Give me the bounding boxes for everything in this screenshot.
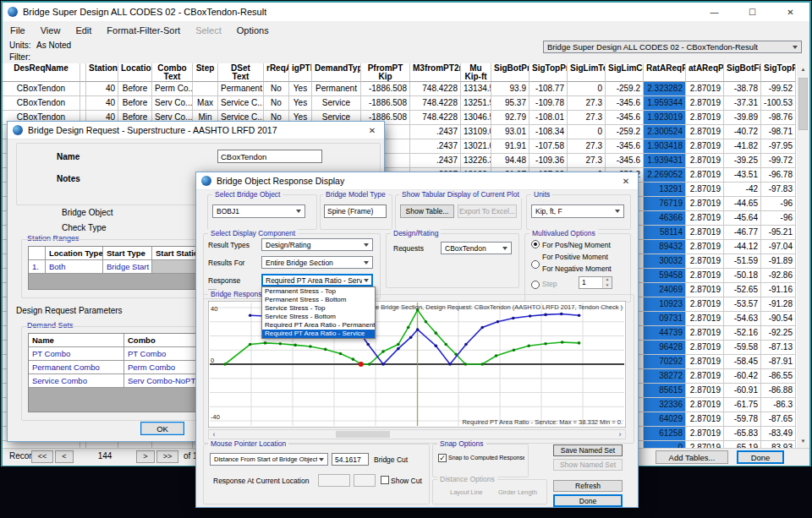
result-types-combo[interactable]: Design/Rating <box>261 238 373 251</box>
data-point <box>561 341 564 344</box>
plot-scrollbar-thumb[interactable] <box>336 431 390 438</box>
column-header: MuKip-ft <box>461 63 491 82</box>
menu-edit[interactable]: Edit <box>68 21 99 40</box>
close-button[interactable]: ✕ <box>771 3 809 21</box>
record-first-button[interactable]: << <box>31 450 53 463</box>
show-table-button[interactable]: Show Table... <box>400 204 454 218</box>
dropdown-item[interactable]: Permanent Stress - Bottom <box>262 296 375 304</box>
scrollbar-thumb[interactable] <box>798 78 808 130</box>
show-cut-checkbox[interactable] <box>381 476 389 484</box>
add-tables-button[interactable]: Add Tables... <box>656 450 728 464</box>
tabular-display-label: Show Tabular Display of Current Plot <box>399 190 522 199</box>
bridge-object-combo[interactable]: BOBJ1 <box>212 204 305 218</box>
plot-horizontal-scrollbar[interactable]: ‹ › <box>208 429 626 439</box>
menu-select: Select <box>188 21 229 40</box>
dropdown-item[interactable]: Service Stress - Top <box>262 304 375 313</box>
cell: -46.77 <box>724 226 761 240</box>
cell: 2.87019 <box>686 111 724 125</box>
plot-title: BOBJ1 - Entire Bridge Section, Design Re… <box>337 303 623 311</box>
table-row[interactable]: CBoxTendon40BeforeServ Co...MaxService C… <box>3 96 797 111</box>
cell: -54.63 <box>724 312 761 326</box>
cell: 13291 <box>644 183 686 197</box>
dropdown-item[interactable]: Service Stress - Bottom <box>262 313 375 321</box>
snap-checkbox[interactable]: ✓ <box>438 454 447 462</box>
scroll-down-icon[interactable]: ▼ <box>797 435 809 448</box>
cell: -58.45 <box>724 355 761 369</box>
column-header: SigBotPrior <box>491 63 529 82</box>
units-combo[interactable]: Kip, ft, F <box>531 204 624 218</box>
refresh-button[interactable]: Refresh <box>553 480 623 492</box>
cell: 27.3 <box>568 154 606 168</box>
column-header: ComboText <box>152 63 193 82</box>
data-point <box>435 331 438 335</box>
column-header: Location Type <box>46 247 103 260</box>
cursor-point <box>359 362 364 367</box>
scroll-up-icon[interactable]: ▲ <box>797 63 809 76</box>
dropdown-item[interactable]: Required PT Area Ratio - Service <box>262 330 375 338</box>
data-point <box>409 335 413 339</box>
minimize-button[interactable]: — <box>695 3 733 21</box>
export-to-excel-button: Export To Excel... <box>458 204 517 218</box>
cell: .2437 <box>410 125 461 139</box>
record-current: 144 <box>75 451 134 461</box>
close-icon[interactable]: ✕ <box>360 123 384 139</box>
spin-down-icon[interactable]: ▼ <box>603 283 612 289</box>
snap-options-label: Snap Options <box>437 439 486 448</box>
results-for-combo[interactable]: Entire Bridge Section <box>261 256 373 269</box>
response-dialog-title: Bridge Object Response Display <box>217 176 614 186</box>
table-vertical-scrollbar[interactable]: ▲ ▼ <box>797 63 809 448</box>
cell: -345.6 <box>606 96 644 111</box>
cell: 44739 <box>644 326 686 341</box>
close-icon[interactable]: ✕ <box>614 173 638 189</box>
ok-button[interactable]: OK <box>140 422 184 435</box>
dropdown-item[interactable]: Required PT Area Ratio - Permanent <box>262 321 375 330</box>
menu-format-filter-sort[interactable]: Format-Filter-Sort <box>99 21 188 40</box>
cell: -60.42 <box>724 369 761 384</box>
main-done-button[interactable]: Done <box>737 450 784 464</box>
y-tick-label: -40 <box>211 413 220 421</box>
dropdown-item[interactable]: Permanent Stress - Top <box>262 287 375 296</box>
data-point <box>381 363 385 366</box>
scroll-left-icon[interactable]: ‹ <box>209 430 219 439</box>
cell: 2.87019 <box>686 355 724 369</box>
step-spinner[interactable]: 1 ▲▼ <box>579 276 612 289</box>
table-row[interactable]: CBoxTendon40BeforePerm Co...Permanent...… <box>3 82 797 96</box>
menu-view[interactable]: View <box>33 21 69 40</box>
bridge-cut-input[interactable]: 54.1617 <box>332 453 369 466</box>
cell: Yes <box>289 82 312 96</box>
cell: -1886.508 <box>361 82 410 96</box>
menu-options[interactable]: Options <box>229 21 277 40</box>
cell: -40.72 <box>724 125 761 139</box>
cell: 59458 <box>644 269 686 283</box>
cell: -97.83 <box>761 183 796 197</box>
cell: No <box>264 82 289 96</box>
name-input[interactable]: CBoxTendon <box>217 150 322 163</box>
radio-negative-moment[interactable] <box>531 281 540 289</box>
cell: 2.87019 <box>686 197 724 211</box>
radio-positive-moment[interactable] <box>531 260 540 269</box>
response-combo[interactable]: Required PT Area Ratio - Service <box>261 274 373 286</box>
record-next-button[interactable]: > <box>136 450 155 463</box>
cell: -52.65 <box>724 283 761 297</box>
data-point <box>294 344 297 347</box>
cell <box>80 96 86 111</box>
response-done-button[interactable]: Done <box>553 494 623 507</box>
menu-file[interactable]: File <box>3 21 33 40</box>
cell: 2.87019 <box>686 283 724 297</box>
record-prev-button[interactable]: < <box>55 450 74 463</box>
cell: No <box>264 96 289 111</box>
distance-mode-combo[interactable]: Distance From Start of Bridge Object <box>210 453 328 466</box>
radio-pos-neg-moment[interactable] <box>531 240 540 248</box>
save-named-set-button[interactable]: Save Named Set <box>553 444 623 456</box>
record-last-button[interactable]: >> <box>156 450 178 463</box>
cell: 27.3 <box>568 139 606 154</box>
maximize-button[interactable]: ☐ <box>733 3 771 21</box>
cell: -65.83 <box>724 427 761 441</box>
table-selector-combo[interactable]: Bridge Super Design ALL CODES 02 - CBoxT… <box>543 41 802 53</box>
cell: Perm Co... <box>152 82 193 96</box>
requests-combo[interactable]: CBoxTendon <box>441 242 512 254</box>
cell: 38272 <box>644 369 686 384</box>
scroll-right-icon[interactable]: › <box>615 430 625 439</box>
cell: -92.86 <box>761 269 796 283</box>
data-point <box>397 343 400 346</box>
